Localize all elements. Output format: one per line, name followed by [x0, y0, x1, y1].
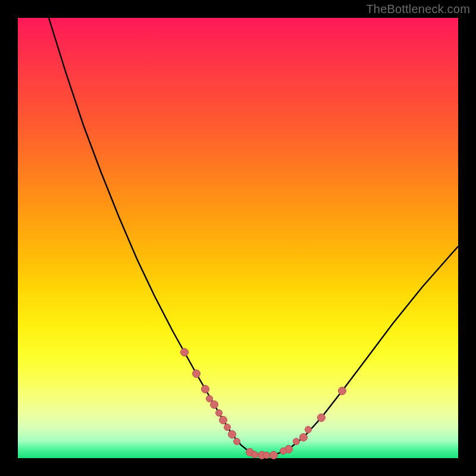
curve-marker [305, 427, 312, 433]
curve-marker [181, 349, 189, 356]
curve-marker [270, 452, 278, 459]
plot-area [18, 18, 458, 458]
curve-marker [280, 448, 287, 455]
curve-marker [220, 416, 227, 424]
curve-marker [206, 396, 213, 402]
curve-marker [293, 439, 300, 445]
curve-marker [228, 431, 236, 439]
curve-marker [300, 434, 308, 441]
curve-marker [224, 424, 231, 431]
bottleneck-curve [49, 18, 458, 455]
curve-markers [181, 349, 346, 459]
watermark-text: TheBottleneck.com [366, 2, 470, 16]
curve-marker [193, 370, 201, 378]
curve-marker [211, 401, 218, 409]
curve-marker [339, 387, 346, 395]
curve-marker [252, 452, 258, 458]
curve-marker [318, 414, 325, 422]
curve-marker [264, 452, 270, 459]
curve-layer [18, 18, 458, 458]
chart-frame: TheBottleneck.com [0, 0, 476, 476]
curve-marker [234, 439, 240, 445]
curve-marker [216, 410, 223, 416]
curve-marker [202, 386, 209, 393]
